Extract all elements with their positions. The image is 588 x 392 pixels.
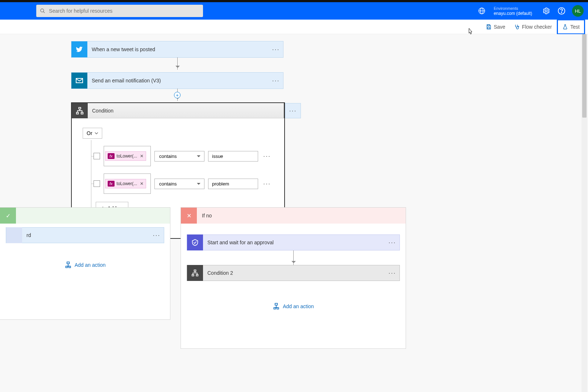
operator-dropdown[interactable]: contains <box>154 179 204 189</box>
environment-icon <box>478 7 486 15</box>
app-header: Environments enayu.com (default) HL <box>0 2 588 20</box>
environment-picker[interactable]: Environments enayu.com (default) <box>474 6 532 16</box>
environment-label: Environments <box>494 6 532 11</box>
value-input[interactable]: problem <box>208 179 258 189</box>
if-yes-card[interactable]: rd ··· <box>6 227 164 243</box>
svg-point-5 <box>545 10 547 12</box>
scrollbar[interactable] <box>581 34 587 392</box>
row-checkbox[interactable] <box>94 153 100 159</box>
if-yes-branch: ✓ rd ··· Add an action <box>0 207 170 320</box>
help-icon[interactable] <box>558 7 566 15</box>
condition-icon <box>187 265 203 281</box>
condition2-card[interactable]: Condition 2 ··· <box>187 265 400 281</box>
svg-rect-19 <box>192 274 194 276</box>
card-icon <box>6 227 22 243</box>
svg-rect-20 <box>196 274 198 276</box>
mail-icon <box>71 73 87 89</box>
svg-rect-22 <box>274 307 276 309</box>
test-button[interactable]: Test <box>557 19 585 34</box>
chevron-down-icon <box>95 131 98 135</box>
gear-icon[interactable] <box>542 7 550 15</box>
mail-title: Send an email notification (V3) <box>87 78 269 83</box>
check-icon: ✓ <box>0 208 16 224</box>
search-icon <box>40 8 45 14</box>
add-action-icon <box>65 261 72 269</box>
svg-rect-13 <box>76 112 79 114</box>
trigger-card[interactable]: When a new tweet is posted ··· <box>71 41 283 58</box>
connector-arrow <box>293 250 294 265</box>
svg-rect-17 <box>69 266 70 268</box>
if-yes-card-title: rd <box>22 232 149 238</box>
add-step-node[interactable]: + <box>174 92 181 98</box>
user-avatar[interactable]: HL <box>572 5 584 17</box>
svg-point-0 <box>41 9 44 12</box>
environment-name: enayu.com (default) <box>494 11 532 16</box>
svg-rect-16 <box>66 266 67 268</box>
scrollbar-thumb[interactable] <box>582 34 587 118</box>
condition-title: Condition <box>88 108 284 114</box>
svg-point-7 <box>561 12 562 13</box>
trigger-title: When a new tweet is posted <box>87 46 269 52</box>
search-input[interactable] <box>49 8 199 14</box>
add-action-icon <box>273 303 280 310</box>
trigger-menu[interactable]: ··· <box>269 46 283 53</box>
remove-expression[interactable]: ✕ <box>140 181 144 186</box>
close-icon: ✕ <box>181 208 197 224</box>
add-action-button[interactable]: Add an action <box>6 261 164 269</box>
approval-icon <box>187 234 203 250</box>
row-menu[interactable]: ··· <box>262 152 272 160</box>
condition-row: fxtoLower(...✕ contains issue ··· <box>94 146 273 166</box>
if-no-branch: ✕ If no Start and wait for an approval ·… <box>181 207 406 349</box>
svg-rect-8 <box>488 25 489 26</box>
remove-expression[interactable]: ✕ <box>140 154 144 159</box>
svg-rect-23 <box>277 307 279 309</box>
flow-checker-button[interactable]: Flow checker <box>510 22 555 32</box>
operator-dropdown[interactable]: contains <box>154 151 204 162</box>
approval-card[interactable]: Start and wait for an approval ··· <box>187 234 400 250</box>
approval-menu[interactable]: ··· <box>385 239 399 246</box>
svg-rect-21 <box>275 303 278 305</box>
svg-rect-15 <box>67 262 69 264</box>
expression-field[interactable]: fxtoLower(...✕ <box>104 173 151 194</box>
svg-point-10 <box>518 26 519 27</box>
toolbar: Save Flow checker Test <box>0 20 588 34</box>
mail-menu[interactable]: ··· <box>269 77 283 85</box>
value-input[interactable]: issue <box>208 151 258 162</box>
svg-line-1 <box>43 12 45 13</box>
svg-rect-18 <box>194 270 196 271</box>
expression-field[interactable]: fxtoLower(...✕ <box>104 146 151 166</box>
svg-rect-9 <box>488 27 489 29</box>
condition-menu[interactable]: ··· <box>285 103 301 118</box>
search-box[interactable] <box>36 5 203 17</box>
row-menu[interactable]: ··· <box>262 180 272 188</box>
svg-rect-12 <box>79 107 81 109</box>
add-action-button[interactable]: Add an action <box>187 303 400 310</box>
logic-dropdown[interactable]: Or <box>83 128 102 139</box>
stethoscope-icon <box>514 24 520 30</box>
save-button[interactable]: Save <box>482 22 509 32</box>
save-icon <box>486 24 492 30</box>
flask-icon <box>562 24 568 30</box>
approval-title: Start and wait for an approval <box>203 240 385 245</box>
condition-icon <box>72 103 88 118</box>
connector-arrow <box>177 57 178 70</box>
svg-rect-14 <box>81 112 83 114</box>
twitter-icon <box>71 41 87 57</box>
card-menu[interactable]: ··· <box>149 232 164 239</box>
condition2-title: Condition 2 <box>203 270 385 276</box>
condition2-menu[interactable]: ··· <box>385 269 399 277</box>
condition-row: fxtoLower(...✕ contains problem ··· <box>94 173 273 194</box>
flow-canvas[interactable]: When a new tweet is posted ··· Send an e… <box>0 34 588 392</box>
if-no-label: If no <box>197 213 217 219</box>
mail-card[interactable]: Send an email notification (V3) ··· <box>71 72 283 89</box>
row-checkbox[interactable] <box>94 180 100 187</box>
